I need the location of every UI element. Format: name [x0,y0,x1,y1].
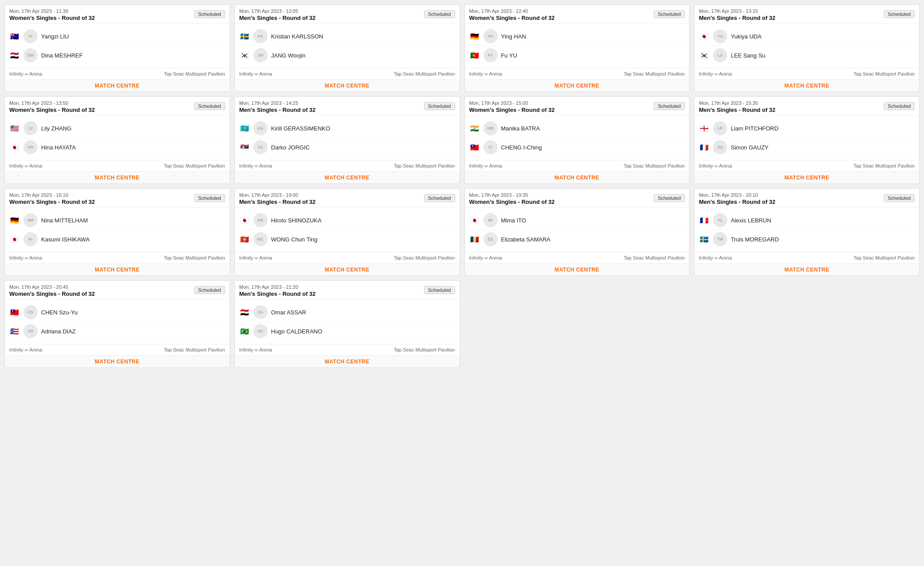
venue-right: Tap Seac Multisport Pavilion [164,347,225,352]
card-header: Mon, 17th Apr 2023 - 15:35Men's Singles … [694,97,919,115]
match-centre-button[interactable]: MATCH CENTRE [325,175,369,181]
player-flag: 🇰🇷 [699,52,709,59]
player-flag: 🇦🇺 [9,33,20,40]
player-flag: 🏴󠁧󠁢󠁥󠁮󠁧󠁿 [699,125,709,132]
match-centre-button[interactable]: MATCH CENTRE [555,267,599,273]
player-avatar: AD [23,324,38,338]
venue-right: Tap Seac Multisport Pavilion [854,255,915,260]
player-avatar: CS [23,305,38,319]
venue-left: Infinity ∞ Arena [699,163,732,168]
player-row: 🇩🇪YHYing HAN [469,27,685,46]
card-header: Mon, 17th Apr 2023 - 14:25Men's Singles … [235,97,460,115]
match-date: Mon, 17th Apr 2023 - 21:20 [239,284,455,290]
player-name: Ying HAN [501,33,526,40]
match-centre-button[interactable]: MATCH CENTRE [555,175,599,181]
player-avatar: LZ [23,121,38,135]
match-centre-button[interactable]: MATCH CENTRE [785,175,829,181]
match-title: Men's Singles - Round of 32 [239,15,455,21]
venue-right: Tap Seac Multisport Pavilion [394,163,455,168]
status-badge: Scheduled [194,102,225,110]
status-badge: Scheduled [424,286,455,294]
match-centre-button[interactable]: MATCH CENTRE [95,267,139,273]
match-title: Men's Singles - Round of 32 [699,15,915,21]
card-header: Mon, 17th Apr 2023 - 13:50Women's Single… [5,97,230,115]
player-row: 🇹🇼CSCHEN Szu-Yu [9,303,225,321]
match-date: Mon, 17th Apr 2023 - 15:35 [699,100,915,106]
player-avatar: YL [23,29,38,43]
venue-left: Infinity ∞ Arena [239,347,272,352]
player-name: Adriana DIAZ [41,328,76,335]
player-row: 🇪🇬OAOmar ASSAR [239,303,455,321]
match-card-9: Mon, 17th Apr 2023 - 16:10Women's Single… [4,188,230,276]
players-section: 🇫🇷ALAlexis LEBRUN🇸🇪TMTruls MOREGARD [694,207,919,252]
match-title: Women's Singles - Round of 32 [9,291,225,297]
card-header: Mon, 17th Apr 2023 - 12:05Men's Singles … [235,5,460,23]
player-flag: 🇮🇳 [469,125,480,132]
match-centre-button[interactable]: MATCH CENTRE [95,175,139,181]
players-section: 🇯🇵MIMima ITO🇷🇴ESElizabeta SAMARA [465,207,690,252]
player-name: Kristian KARLSSON [271,33,323,40]
player-name: Yukiya UDA [731,33,761,40]
match-centre-button[interactable]: MATCH CENTRE [95,83,139,89]
players-section: 🇺🇸LZLily ZHANG🇯🇵HHHina HAYATA [5,115,230,160]
player-flag: 🇷🇸 [239,144,250,151]
match-date: Mon, 17th Apr 2023 - 14:25 [239,100,455,106]
card-header: Mon, 17th Apr 2023 - 16:10Women's Single… [5,189,230,207]
match-card-13: Mon, 17th Apr 2023 - 20:45Women's Single… [4,280,230,368]
status-badge: Scheduled [194,194,225,202]
match-title: Women's Singles - Round of 32 [9,15,225,21]
player-flag: 🇩🇪 [9,217,20,224]
players-section: 🇹🇼CSCHEN Szu-Yu🇵🇷ADAdriana DIAZ [5,299,230,344]
match-card-3: Mon, 17th Apr 2023 - 12:40Women's Single… [464,4,690,92]
match-centre-button[interactable]: MATCH CENTRE [785,267,829,273]
player-avatar: YH [483,29,498,43]
match-date: Mon, 17th Apr 2023 - 16:10 [9,192,225,198]
card-footer: MATCH CENTRE [235,171,460,184]
card-footer: MATCH CENTRE [5,171,230,184]
match-centre-button[interactable]: MATCH CENTRE [555,83,599,89]
status-badge: Scheduled [654,194,685,202]
player-name: Simon GAUZY [731,144,768,151]
match-centre-button[interactable]: MATCH CENTRE [325,267,369,273]
match-centre-button[interactable]: MATCH CENTRE [325,359,369,365]
player-name: Kasumi ISHIKAWA [41,236,90,243]
match-card-2: Mon, 17th Apr 2023 - 12:05Men's Singles … [234,4,460,92]
match-title: Men's Singles - Round of 32 [239,291,455,297]
player-name: Darko JORGIC [271,144,310,151]
player-row: 🇭🇰WCWONG Chun Ting [239,229,455,249]
player-flag: 🇺🇸 [9,125,20,132]
player-name: Lily ZHANG [41,125,72,132]
player-flag: 🇭🇰 [239,236,250,243]
venues-section: Infinity ∞ ArenaTap Seac Multisport Pavi… [235,344,460,355]
player-flag: 🇸🇪 [239,33,250,40]
venues-section: Infinity ∞ ArenaTap Seac Multisport Pavi… [694,160,919,171]
players-section: 🇸🇪KKKristian KARLSSON🇰🇷JWJANG Woojin [235,23,460,68]
venue-left: Infinity ∞ Arena [239,71,272,76]
venue-right: Tap Seac Multisport Pavilion [854,163,915,168]
player-avatar: KI [23,232,38,246]
card-footer: MATCH CENTRE [465,263,690,275]
match-centre-button[interactable]: MATCH CENTRE [785,83,829,89]
player-flag: 🇧🇷 [239,328,250,335]
card-header: Mon, 17th Apr 2023 - 15:00Women's Single… [465,97,690,115]
card-header: Mon, 17th Apr 2023 - 20:10Men's Singles … [694,189,919,207]
match-centre-button[interactable]: MATCH CENTRE [95,359,139,365]
player-name: Hina HAYATA [41,144,76,151]
match-date: Mon, 17th Apr 2023 - 12:40 [469,8,685,14]
card-footer: MATCH CENTRE [694,171,919,184]
player-avatar: SG [713,140,727,154]
match-title: Women's Singles - Round of 32 [469,107,685,113]
player-avatar: TM [713,232,727,246]
status-badge: Scheduled [424,102,455,110]
match-centre-button[interactable]: MATCH CENTRE [325,83,369,89]
player-name: Kirill GERASSIMENKO [271,125,330,132]
card-header: Mon, 17th Apr 2023 - 19:00Men's Singles … [235,189,460,207]
card-footer: MATCH CENTRE [5,79,230,92]
player-avatar: OA [253,305,268,319]
player-flag: 🇰🇷 [239,52,250,59]
card-header: Mon, 17th Apr 2023 - 13:15Men's Singles … [694,5,919,23]
card-footer: MATCH CENTRE [465,79,690,92]
player-flag: 🇪🇬 [239,309,250,316]
players-section: 🇯🇵YUYukiya UDA🇰🇷LSLEE Sang Su [694,23,919,68]
match-card-6: Mon, 17th Apr 2023 - 14:25Men's Singles … [234,96,460,184]
